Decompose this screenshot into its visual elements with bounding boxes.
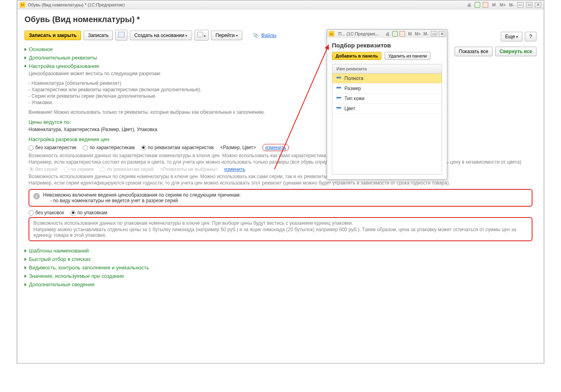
files-link[interactable]: Файлы <box>261 33 276 38</box>
show-all-button[interactable]: Показать все <box>455 47 493 56</box>
radio-no-pack[interactable] <box>29 210 34 215</box>
pricing-b1: - Номенклатура (обязательный реквизит) <box>29 80 536 86</box>
attributes-table: Имя реквизита Полнота Размер Тип кожи Цв… <box>332 64 442 174</box>
titlebar: 1c Обувь (Вид номенклатуры) * (1С:Предпр… <box>17 0 544 9</box>
popup-maximize-btn[interactable]: ▭ <box>431 31 437 37</box>
structure-button[interactable] <box>195 30 209 41</box>
window-title: Обувь (Вид номенклатуры) * (1С:Предприят… <box>28 2 125 7</box>
chevron-right-icon <box>25 275 27 278</box>
pricing-b2: - Характеристики или реквизиты характери… <box>29 87 536 92</box>
radio-by-char[interactable] <box>83 145 88 150</box>
chevron-right-icon <box>25 283 27 286</box>
chevron-right-icon <box>25 258 27 261</box>
mminus-btn[interactable]: M- <box>508 2 515 8</box>
prices-by-heading: Цены ведутся по: <box>29 119 536 125</box>
selected-series-attrs: <Реквизиты не выбраны> <box>160 166 218 172</box>
chevron-right-icon <box>25 48 27 51</box>
table-header: Имя реквизита <box>332 64 442 74</box>
section-quick-filter[interactable]: Быстрый отбор в списках <box>25 256 536 262</box>
pricing-b4: - Упаковки. <box>29 100 536 105</box>
pack-hint1: Возможность использования данных по упак… <box>33 220 528 226</box>
series-radio-row: без серий по сериям по реквизитам серий … <box>29 166 536 172</box>
write-close-button[interactable]: Записать и закрыть <box>25 31 81 40</box>
attributes-popup: 1c П... (1С:Предприя... 🖨 M M+ M- ▭ ✕ По… <box>327 29 447 180</box>
change-char-link[interactable]: изменить <box>265 145 286 150</box>
main-toolbar: Записать и закрыть Записать Создать на о… <box>25 30 536 41</box>
pack-hint2: Например можно устанавливать отдельно це… <box>33 227 528 238</box>
dims-heading: Настройка разрезов ведения цен <box>29 136 536 142</box>
chevron-down-icon <box>24 64 27 68</box>
document-icon <box>118 32 125 37</box>
radio-by-series <box>64 167 69 172</box>
section-name-templates[interactable]: Шаблоны наименований <box>25 248 536 254</box>
selected-char-attrs: <Размер, Цвет> <box>220 145 256 150</box>
change-series-link[interactable]: изменить <box>224 166 245 172</box>
section-default-values[interactable]: Значения, используемые при создании <box>25 273 536 279</box>
radio-no-char[interactable] <box>29 145 34 150</box>
table-row[interactable]: Цвет <box>332 104 442 114</box>
help-button[interactable]: ? <box>525 32 536 41</box>
more-button[interactable]: Еще <box>501 32 522 41</box>
m-btn[interactable]: M <box>407 31 413 37</box>
goto-button[interactable]: Перейти <box>211 31 242 40</box>
add-to-panel-button[interactable]: Добавить в панель <box>332 52 381 60</box>
report-button[interactable] <box>115 30 127 41</box>
char-hint2: Например, если характеристика состоит из… <box>29 159 536 165</box>
popup-window-title: П... (1С:Предприя... <box>338 31 379 36</box>
write-button[interactable]: Записать <box>84 31 113 40</box>
chevron-right-icon <box>25 56 27 60</box>
pricing-warn: Внимание! Можно использовать только те р… <box>29 109 536 115</box>
close-btn[interactable]: ✕ <box>535 2 541 8</box>
popup-title: Подбор реквизитов <box>327 38 447 52</box>
section-pricing[interactable]: Настройка ценообразования <box>25 63 536 69</box>
minimize-btn[interactable]: — <box>517 2 524 8</box>
popup-close-btn[interactable]: ✕ <box>439 31 445 37</box>
radio-no-series <box>29 167 34 172</box>
remove-from-panel-button[interactable]: Удалить из панели <box>385 52 430 60</box>
app-icon: 1c <box>20 2 25 8</box>
table-row[interactable]: Тип кожи <box>332 94 442 104</box>
maximize-btn[interactable]: ▭ <box>526 2 532 8</box>
mminus-btn[interactable]: M- <box>423 31 429 37</box>
print-icon[interactable]: 🖨 <box>466 2 472 8</box>
calendar2-icon[interactable] <box>483 2 488 8</box>
chevron-right-icon <box>25 266 27 269</box>
pricing-intro: Ценообразование может вестись по следующ… <box>29 71 536 76</box>
attach-icon: 📎 <box>253 33 259 38</box>
page-title: Обувь (Вид номенклатуры) * <box>25 15 536 24</box>
pack-radio-row: без упаковок по упаковкам <box>29 210 536 215</box>
radio-by-pack[interactable] <box>70 210 76 215</box>
characteristics-radio-row: без характеристик по характеристикам по … <box>29 144 536 151</box>
warn-line1: Невозможно включение ведения ценообразов… <box>43 192 241 198</box>
section-extra-info[interactable]: Дополнительные сведения <box>25 281 536 287</box>
pricing-b3: - Серии или реквизиты серии (включая доп… <box>29 93 536 99</box>
radio-by-series-attrs <box>100 167 105 172</box>
table-row[interactable]: Полнота <box>332 74 442 84</box>
m-btn[interactable]: M <box>491 2 497 8</box>
print-icon[interactable]: 🖨 <box>384 31 391 37</box>
table-row[interactable]: Размер <box>332 84 442 94</box>
radio-by-char-attrs[interactable] <box>141 145 146 150</box>
series-warning-box: i Невозможно включение ведения ценообраз… <box>29 189 532 207</box>
popup-titlebar: 1c П... (1С:Предприя... 🖨 M M+ M- ▭ ✕ <box>327 30 447 38</box>
calendar2-icon[interactable] <box>399 31 405 37</box>
pack-info-box: Возможность использования данных по упак… <box>29 217 532 241</box>
chevron-right-icon <box>25 249 27 252</box>
section-visibility[interactable]: Видимость, контроль заполнения и уникаль… <box>25 265 536 271</box>
char-hint1: Возможность использования данных по хара… <box>29 153 536 158</box>
info-icon: i <box>33 193 40 199</box>
prices-by-value: Номенклатура, Характеристика (Размер, Цв… <box>29 127 536 132</box>
warn-line2: - по виду номенклатуры не ведется учет в… <box>43 198 241 203</box>
series-hint1: Возможность использования данных по сери… <box>29 174 536 179</box>
series-hint2: Например, если серии идентифицируются ср… <box>29 180 536 186</box>
app-icon: 1c <box>329 31 334 37</box>
calendar-icon[interactable] <box>392 31 398 37</box>
mplus-btn[interactable]: M+ <box>500 2 506 8</box>
mplus-btn[interactable]: M+ <box>415 31 421 37</box>
collapse-all-button[interactable]: Свернуть все <box>495 47 536 56</box>
create-on-basis-button[interactable]: Создать на основании <box>130 31 192 40</box>
calendar-icon[interactable] <box>475 2 480 8</box>
link-icon <box>197 32 203 37</box>
